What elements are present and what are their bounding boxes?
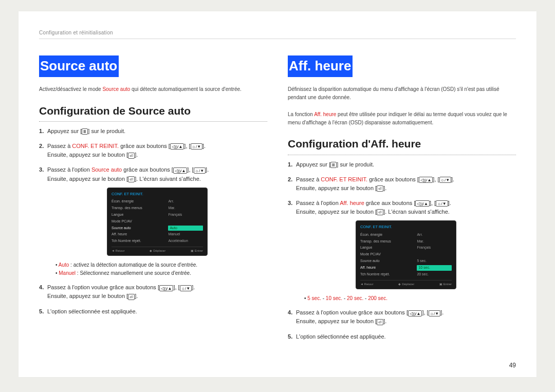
enter-icon: ⏎ <box>377 319 383 325</box>
bullet-list-right: 5 sec. - 10 sec. - 20 sec. - 200 sec. <box>304 294 516 303</box>
step-4: Passez à l'option voulue grâce aux bouto… <box>288 308 516 326</box>
breadcrumb: Configuration et réinitialisation <box>39 30 516 39</box>
enter-icon: ⏎ <box>128 294 135 300</box>
bright-down-icon: ☼/▼ <box>436 200 448 207</box>
vol-up-icon: ◁))/▲ <box>415 200 429 207</box>
left-column: Source auto Activez/désactivez le mode S… <box>39 55 267 347</box>
bright-down-icon: ☼/▼ <box>191 143 202 150</box>
intro: Activez/désactivez le mode Source auto q… <box>39 85 267 94</box>
columns: Source auto Activez/désactivez le mode S… <box>39 55 516 347</box>
steps-list: Appuyez sur [Ⅲ] sur le produit. Passez à… <box>39 127 267 315</box>
bright-down-icon: ☼/▼ <box>180 285 192 291</box>
bright-down-icon: ☼/▼ <box>194 167 206 174</box>
enter-icon: ⏎ <box>128 176 135 182</box>
enter-icon: ⏎ <box>128 153 135 159</box>
step-1: Appuyez sur [Ⅲ] sur le produit. <box>288 160 516 169</box>
osd-screenshot-source: CONF. ET REINIT. Écon. énergieArr. Trans… <box>107 188 208 256</box>
heading-source-auto: Source auto <box>39 55 119 77</box>
step-2: Passez à CONF. ET REINIT. grâce aux bout… <box>39 142 267 159</box>
bullet-list: Auto : activez la détection automatique … <box>55 261 267 277</box>
page-number: 49 <box>509 362 516 369</box>
step-5: L'option sélectionnée est appliquée. <box>288 332 516 341</box>
step-3: Passez à l'option Aff. heure grâce aux b… <box>288 199 516 302</box>
step-5: L'option sélectionnée est appliquée. <box>39 307 267 316</box>
step-4: Passez à l'option voulue grâce aux bouto… <box>39 283 267 301</box>
heading-aff-heure: Aff. heure <box>288 55 353 77</box>
enter-icon: ⏎ <box>377 185 383 192</box>
steps-list-right: Appuyez sur [Ⅲ] sur le produit. Passez à… <box>288 160 516 341</box>
step-2: Passez à CONF. ET REINIT. grâce aux bout… <box>288 175 516 193</box>
step-3: Passez à l'option Source auto grâce aux … <box>39 165 267 277</box>
vol-up-icon: ◁))/▲ <box>170 143 184 150</box>
intro-right: Définissez la disparition automatique du… <box>288 85 516 101</box>
bright-down-icon: ☼/▼ <box>439 177 451 183</box>
document-page: Configuration et réinitialisation Source… <box>18 11 536 377</box>
vol-up-icon: ◁))/▲ <box>419 177 433 183</box>
vol-up-icon: ◁))/▲ <box>159 285 173 291</box>
menu-icon: Ⅲ <box>82 128 88 135</box>
right-column: Aff. heure Définissez la disparition aut… <box>288 55 516 347</box>
vol-up-icon: ◁))/▲ <box>408 310 422 316</box>
enter-icon: ⏎ <box>377 209 383 215</box>
subheading-right: Configuration d'Aff. heure <box>288 136 516 155</box>
step-1: Appuyez sur [Ⅲ] sur le produit. <box>39 127 267 136</box>
osd-screenshot-aff: CONF. ET REINIT. Écon. énergieArr. Trans… <box>356 220 456 289</box>
menu-icon: Ⅲ <box>330 162 337 168</box>
intro2-right: La fonction Aff. heure peut être utilisé… <box>288 110 516 126</box>
vol-up-icon: ◁))/▲ <box>173 167 187 174</box>
subheading: Configuration de Source auto <box>39 103 267 122</box>
bright-down-icon: ☼/▼ <box>429 310 440 316</box>
